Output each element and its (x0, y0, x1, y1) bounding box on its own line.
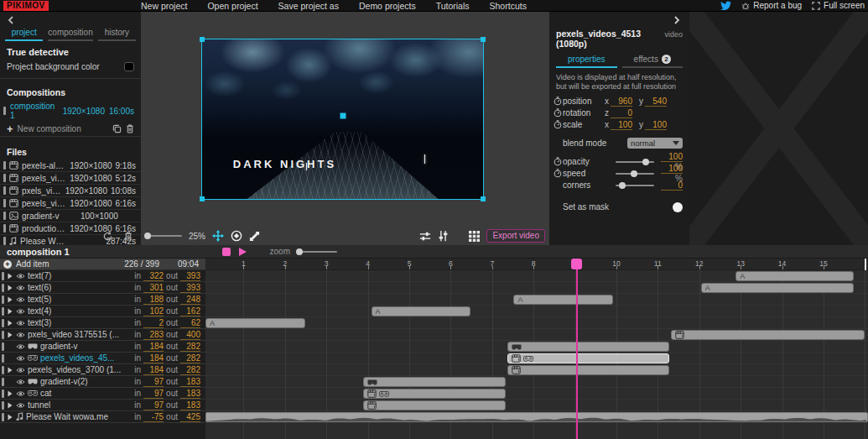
out-value[interactable]: 400 (180, 330, 200, 340)
expand-arrow-icon[interactable] (7, 296, 13, 303)
viewport[interactable]: DARK NIGHTS 25% (141, 12, 549, 245)
drag-handle[interactable] (2, 354, 4, 363)
out-value[interactable]: 282 (180, 342, 200, 352)
drag-handle[interactable] (3, 107, 6, 115)
opacity-value[interactable]: 100 (661, 152, 683, 162)
drag-handle[interactable] (2, 378, 4, 386)
drag-handle[interactable] (2, 366, 4, 374)
out-value[interactable]: 425 (180, 412, 200, 422)
in-value[interactable]: -75 (143, 412, 164, 422)
timeline-clip-text[interactable]: A (372, 306, 471, 316)
drag-handle[interactable] (2, 413, 4, 421)
background-color-swatch[interactable] (124, 62, 134, 71)
position-y-value[interactable]: 540 (645, 97, 667, 107)
timeline-clip-video[interactable] (507, 365, 670, 375)
track-row[interactable]: Please Wait wowa.mein-75out425 (0, 411, 205, 423)
track-row[interactable]: pexels_videos_3700 (1...in184out282 (0, 364, 205, 376)
visibility-eye-icon[interactable] (16, 273, 25, 280)
track-name[interactable]: gradient-v (40, 342, 132, 351)
tab-composition[interactable]: composition (48, 28, 92, 41)
tab-effects[interactable]: effects2 (622, 55, 683, 68)
drag-handle[interactable] (2, 319, 4, 327)
timeline-zoom-slider[interactable] (297, 251, 337, 253)
drag-handle[interactable] (2, 401, 4, 410)
in-value[interactable]: 97 (143, 389, 164, 399)
drag-handle[interactable] (3, 186, 6, 195)
in-value[interactable]: 184 (143, 342, 164, 352)
keyframe-stopwatch-icon[interactable] (553, 169, 563, 178)
refresh-files-icon[interactable] (103, 232, 112, 241)
opacity-slider[interactable] (616, 161, 654, 163)
expand-arrow-icon[interactable] (7, 367, 13, 374)
visibility-eye-icon[interactable] (16, 402, 25, 409)
set-as-mask-toggle[interactable] (673, 202, 683, 212)
out-value[interactable]: 162 (180, 306, 200, 316)
timeline-clip-text[interactable]: A (205, 318, 305, 328)
out-value[interactable]: 248 (180, 295, 200, 305)
in-value[interactable]: 184 (143, 365, 164, 375)
duplicate-composition-icon[interactable] (112, 124, 122, 133)
drag-handle[interactable] (2, 331, 4, 339)
track-row[interactable]: text(6)in301out393 (0, 282, 205, 294)
track-row[interactable]: catin97out183 (0, 388, 205, 400)
delete-file-icon[interactable] (124, 232, 133, 241)
expand-arrow-icon[interactable] (7, 390, 13, 397)
timeline-clip-video[interactable] (363, 377, 506, 387)
menu-item-tutorials[interactable]: Tutorials (436, 1, 470, 11)
drag-handle[interactable] (3, 237, 6, 245)
corners-value[interactable]: 0 (661, 180, 683, 191)
track-row[interactable]: text(5)in188out248 (0, 294, 205, 306)
timeline-clip-text[interactable]: A (735, 271, 853, 281)
in-value[interactable]: 97 (143, 377, 164, 387)
add-item-icon[interactable]: + (3, 260, 12, 269)
visibility-eye-icon[interactable] (16, 332, 25, 338)
rotate-tool-icon[interactable] (231, 230, 242, 242)
report-bug-button[interactable]: Report a bug (741, 1, 802, 10)
corners-slider[interactable] (616, 185, 654, 186)
track-name[interactable]: text(3) (28, 318, 132, 327)
selected-layer-preview[interactable]: DARK NIGHTS (201, 39, 484, 200)
expand-arrow-icon[interactable] (7, 320, 13, 327)
drag-handle[interactable] (2, 389, 4, 398)
drag-handle[interactable] (3, 224, 6, 233)
menu-item-new-project[interactable]: New project (141, 1, 187, 11)
selection-handle-sw[interactable] (200, 196, 205, 201)
track-name[interactable]: text(5) (28, 295, 132, 304)
visibility-eye-icon[interactable] (16, 355, 25, 362)
track-row[interactable]: gradient-vin184out282 (0, 341, 205, 353)
out-value[interactable]: 282 (180, 365, 200, 375)
in-value[interactable]: 301 (143, 283, 164, 293)
twitter-icon[interactable] (720, 1, 731, 10)
add-item-label[interactable]: Add item (16, 259, 49, 269)
tab-properties[interactable]: properties (556, 55, 617, 68)
track-row[interactable]: text(7)in322out393 (0, 270, 205, 282)
visibility-eye-icon[interactable] (16, 320, 25, 327)
position-x-value[interactable]: 960 (611, 97, 632, 107)
timeline-clip-text[interactable]: A (513, 295, 613, 305)
tab-history[interactable]: history (98, 28, 136, 41)
drag-handle[interactable] (2, 307, 4, 316)
new-composition-label[interactable]: New composition (18, 124, 81, 133)
in-value[interactable]: 184 (143, 353, 164, 363)
menu-item-shortcuts[interactable]: Shortcuts (490, 1, 527, 11)
menu-item-demo-projects[interactable]: Demo projects (359, 1, 416, 11)
track-name[interactable]: pexels_videos_3700 (1... (28, 365, 132, 374)
file-list-item[interactable]: gradient-v100×1000 (0, 210, 141, 222)
playhead-handle[interactable] (571, 259, 582, 269)
out-value[interactable]: 282 (180, 353, 200, 363)
track-name[interactable]: text(6) (28, 283, 132, 292)
expand-arrow-icon[interactable] (7, 414, 13, 421)
collapse-right-panel-icon[interactable] (671, 15, 683, 25)
visibility-eye-icon[interactable] (16, 285, 25, 291)
expand-arrow-icon[interactable] (7, 332, 13, 338)
timeline-lanes[interactable]: 123456789101112131415 AAAAA (205, 259, 868, 439)
track-name[interactable]: gradient-v(2) (40, 377, 132, 386)
track-row[interactable]: pxels_video 3175515 (...in283out400 (0, 329, 205, 341)
track-row[interactable]: gradient-v(2)in97out183 (0, 376, 205, 388)
plus-icon[interactable]: + (7, 126, 13, 133)
speed-value[interactable]: 100 (661, 164, 683, 174)
visibility-eye-icon[interactable] (16, 296, 25, 303)
timeline-clip-video[interactable] (671, 330, 865, 340)
visibility-eye-icon[interactable] (16, 343, 25, 350)
out-value[interactable]: 183 (180, 400, 200, 410)
